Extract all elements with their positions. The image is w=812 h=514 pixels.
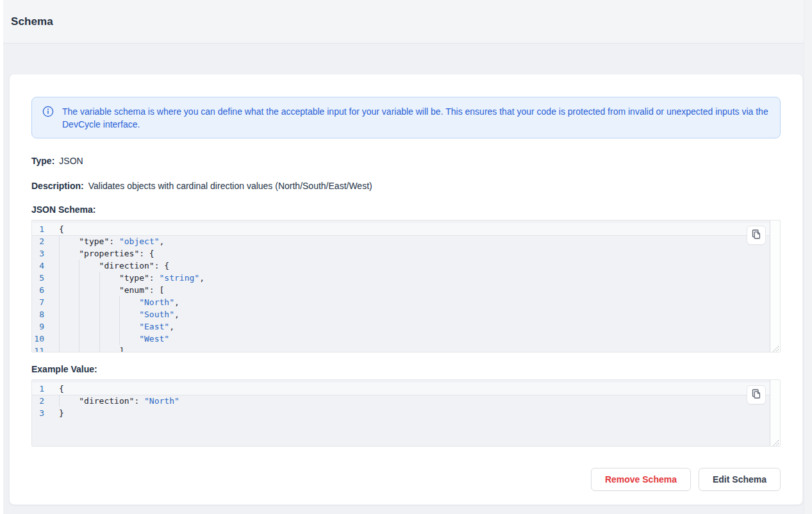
copy-schema-button[interactable] <box>747 226 766 245</box>
code-token: { <box>59 384 64 394</box>
remove-schema-button[interactable]: Remove Schema <box>591 468 691 491</box>
code-line: 8"South", <box>32 308 780 320</box>
code-token: "direction" <box>99 261 154 270</box>
line-number: 1 <box>32 223 59 235</box>
json-schema-editor[interactable]: 1{2"type": "object",3"properties": {4"di… <box>31 220 781 352</box>
indent-guide <box>79 345 99 352</box>
code-line: 10"West" <box>32 333 780 345</box>
right-scroll-gutter <box>804 0 812 514</box>
code-token: , <box>169 322 174 331</box>
code-line: 7"North", <box>32 296 780 308</box>
example-value-editor[interactable]: 1{2"direction": "North"3} <box>31 379 781 447</box>
line-number: 3 <box>32 247 59 260</box>
resize-grip-icon[interactable] <box>772 344 779 351</box>
line-number: 10 <box>32 333 59 345</box>
code-token: , <box>174 297 179 307</box>
line-number: 8 <box>32 308 59 320</box>
code-line: 5"type": "string", <box>32 272 780 284</box>
json-schema-code[interactable]: 1{2"type": "object",3"properties": {4"di… <box>32 220 780 352</box>
code-token: "enum" <box>119 285 149 295</box>
indent-guide <box>59 260 79 272</box>
copy-icon <box>751 229 761 242</box>
editor-scrollbar[interactable] <box>770 380 780 446</box>
copy-example-button[interactable] <box>747 385 766 404</box>
description-label: Description: <box>31 181 84 191</box>
code-token-string: "North" <box>144 396 179 406</box>
json-schema-label: JSON Schema: <box>31 204 95 215</box>
code-token-string: "object" <box>119 236 160 246</box>
indent-guide <box>59 235 79 247</box>
line-number: 11 <box>32 345 59 352</box>
action-buttons-row: Remove Schema Edit Schema <box>31 468 781 491</box>
editor-scrollbar[interactable] <box>770 220 780 352</box>
code-token: : <box>109 236 119 246</box>
code-token: : { <box>154 261 169 270</box>
indent-guide <box>119 296 139 308</box>
code-token-string: "East" <box>139 322 169 331</box>
page-header: Schema <box>3 0 804 44</box>
description-value: Validates objects with cardinal directio… <box>88 181 372 191</box>
code-token: : { <box>139 249 154 258</box>
indent-guide <box>59 296 79 308</box>
indent-guide <box>79 260 99 272</box>
indent-guide <box>99 333 119 345</box>
line-number: 1 <box>32 383 59 395</box>
indent-guide <box>99 320 119 333</box>
indent-guide <box>59 320 79 333</box>
code-line: 2"type": "object", <box>32 235 780 247</box>
code-token: "type" <box>79 236 109 246</box>
code-token: , <box>160 236 165 246</box>
indent-guide <box>99 345 119 352</box>
indent-guide <box>59 345 79 352</box>
line-number: 6 <box>32 284 59 296</box>
indent-guide <box>59 284 79 296</box>
code-token-string: "South" <box>139 310 174 319</box>
indent-guide <box>79 308 99 320</box>
example-value-code[interactable]: 1{2"direction": "North"3} <box>32 380 780 419</box>
info-alert: The variable schema is where you can def… <box>31 97 781 138</box>
type-label: Type: <box>31 156 54 166</box>
code-token: : <box>149 273 160 283</box>
code-line: 3} <box>32 407 780 419</box>
indent-guide <box>79 320 99 333</box>
indent-guide <box>79 284 99 296</box>
resize-grip-icon[interactable] <box>772 438 779 445</box>
code-line: 3"properties": { <box>32 247 780 260</box>
example-value-label-row: Example Value: <box>31 364 781 374</box>
indent-guide <box>59 272 79 284</box>
json-schema-label-row: JSON Schema: <box>31 204 781 215</box>
code-token-string: "West" <box>139 334 169 344</box>
edit-schema-button[interactable]: Edit Schema <box>699 468 781 491</box>
line-number: 2 <box>32 235 59 247</box>
code-line: 6"enum": [ <box>32 284 780 296</box>
indent-guide <box>119 333 139 345</box>
line-number: 7 <box>32 296 59 308</box>
type-value: JSON <box>59 156 83 166</box>
code-token: "properties" <box>79 249 139 258</box>
type-row: Type:JSON <box>31 156 781 166</box>
indent-guide <box>59 247 79 260</box>
code-token: "direction" <box>79 396 134 406</box>
code-token-string: "North" <box>139 297 174 307</box>
code-line: 11] <box>32 345 780 352</box>
indent-guide <box>119 320 139 333</box>
description-row: Description:Validates objects with cardi… <box>31 181 781 191</box>
indent-guide <box>59 395 79 407</box>
indent-guide <box>59 308 79 320</box>
indent-guide <box>79 333 99 345</box>
code-line: 4"direction": { <box>32 260 780 272</box>
line-number: 9 <box>32 320 59 333</box>
code-token: { <box>59 224 64 234</box>
copy-icon <box>751 388 761 401</box>
code-token: "type" <box>119 273 149 283</box>
code-line: 9"East", <box>32 320 780 333</box>
indent-guide <box>119 308 139 320</box>
indent-guide <box>99 296 119 308</box>
code-line: 1{ <box>32 383 780 395</box>
page-title: Schema <box>11 15 53 28</box>
indent-guide <box>79 296 99 308</box>
code-token: ] <box>119 346 124 352</box>
line-number: 2 <box>32 395 59 407</box>
line-number: 4 <box>32 260 59 272</box>
line-number: 3 <box>32 407 59 419</box>
